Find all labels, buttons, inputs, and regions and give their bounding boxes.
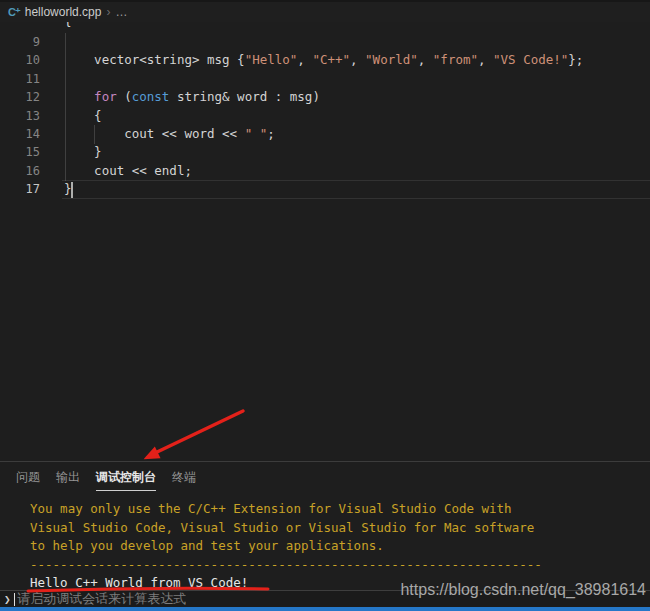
panel-tab-output[interactable]: 输出 (56, 464, 80, 490)
code-line[interactable]: 17} (0, 180, 650, 198)
line-number: 9 (0, 33, 40, 51)
input-text-cursor (14, 593, 16, 606)
code-text: { (64, 107, 102, 125)
panel-tab-problems[interactable]: 问题 (16, 464, 40, 490)
code-line[interactable]: 15 } (0, 143, 650, 161)
code-line[interactable]: 11 (0, 70, 650, 88)
breadcrumb: C⁺ helloworld.cpp › … (0, 0, 650, 22)
line-number: 13 (0, 107, 40, 125)
code-editor[interactable]: { 910 vector<string> msg {"Hello", "C++"… (0, 22, 650, 461)
console-warning-line: to help you develop and test your applic… (30, 537, 650, 556)
watermark-url: https://blog.csdn.net/qq_38981614 (400, 581, 646, 599)
text-cursor (71, 182, 73, 198)
cpp-file-icon: C⁺ (8, 6, 20, 19)
code-text: vector<string> msg {"Hello", "C++", "Wor… (64, 51, 583, 69)
code-line[interactable]: 13 { (0, 107, 650, 125)
console-warning-line: Visual Studio Code, Visual Studio or Vis… (30, 519, 650, 538)
line-number: 15 (0, 143, 40, 161)
code-text: cout << endl; (64, 162, 192, 180)
chevron-right-icon: › (106, 5, 110, 19)
breadcrumb-file-name[interactable]: helloworld.cpp (25, 5, 102, 19)
debug-console-output[interactable]: You may only use the C/C++ Extension for… (0, 493, 650, 589)
panel-tab-terminal[interactable]: 终端 (172, 464, 196, 490)
console-warning-line: You may only use the C/C++ Extension for… (30, 500, 650, 519)
current-line-highlight (62, 180, 650, 198)
code-text: } (64, 143, 102, 161)
code-lines: 910 vector<string> msg {"Hello", "C++", … (0, 22, 650, 199)
bottom-blue-bar (0, 607, 650, 611)
code-line[interactable]: 12 for (const string& word : msg) (0, 88, 650, 106)
code-line[interactable]: 9 (0, 33, 650, 51)
input-placeholder: 请启动调试会话来计算表达式 (17, 590, 186, 608)
panel-tab-debug-console[interactable]: 调试控制台 (96, 464, 156, 491)
code-line[interactable]: 14 cout << word << " "; (0, 125, 650, 143)
code-line[interactable]: 10 vector<string> msg {"Hello", "C++", "… (0, 51, 650, 69)
code-text: for (const string& word : msg) (64, 88, 320, 106)
prompt-chevron-icon: ❯ (4, 593, 11, 606)
breadcrumb-symbol-ellipsis[interactable]: … (115, 5, 127, 19)
line-number: 17 (0, 180, 40, 198)
line-number: 14 (0, 125, 40, 143)
console-dashed-separator: ----------------------------------------… (30, 556, 650, 575)
code-line[interactable]: 16 cout << endl; (0, 162, 650, 180)
line-number: 16 (0, 162, 40, 180)
panel-tab-bar: 问题输出调试控制台终端 (0, 462, 650, 492)
line-number: 10 (0, 51, 40, 69)
line-number: 12 (0, 88, 40, 106)
line-number: 11 (0, 70, 40, 88)
code-text: cout << word << " "; (64, 125, 275, 143)
